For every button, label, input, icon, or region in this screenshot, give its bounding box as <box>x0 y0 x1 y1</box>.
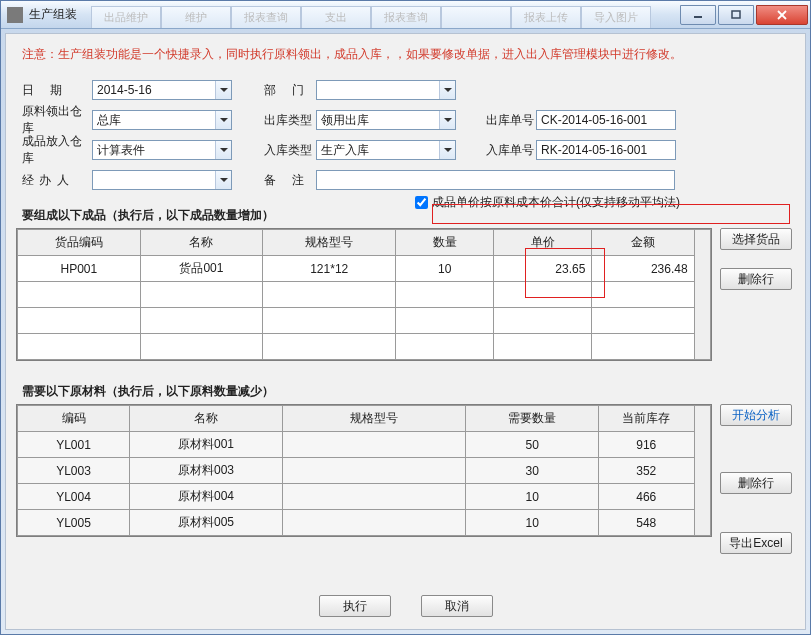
table-row[interactable]: YL005 原材料005 10 548 <box>18 510 711 536</box>
in-type-value: 生产入库 <box>321 142 369 159</box>
materials-caption: 需要以下原材料（执行后，以下原料数量减少） <box>22 383 795 400</box>
label-in-type: 入库类型 <box>256 142 316 159</box>
label-raw-warehouse: 原料领出仓库 <box>16 103 92 137</box>
cell[interactable]: YL004 <box>18 484 130 510</box>
label-date: 日 期 <box>16 82 92 99</box>
ghost-tab: 支出 <box>301 6 371 28</box>
col-code: 货品编码 <box>18 230 141 256</box>
ghost-tab: 维护 <box>161 6 231 28</box>
cell[interactable]: 916 <box>598 432 694 458</box>
scrollbar[interactable] <box>694 230 710 360</box>
mcol-code: 编码 <box>18 406 130 432</box>
mcol-need: 需要数量 <box>466 406 598 432</box>
cell[interactable]: YL005 <box>18 510 130 536</box>
chevron-down-icon[interactable] <box>439 111 455 129</box>
cell-name[interactable]: 货品001 <box>140 256 263 282</box>
cell-price[interactable]: 23.65 <box>494 256 592 282</box>
out-no-value: CK-2014-05-16-001 <box>541 113 647 127</box>
label-remark: 备 注 <box>256 172 316 189</box>
cell[interactable]: 10 <box>466 510 598 536</box>
ghost-tab: 报表上传 <box>511 6 581 28</box>
hint-text: 注意：生产组装功能是一个快捷录入，同时执行原料领出，成品入库，，如果要修改单据，… <box>22 46 795 63</box>
chevron-down-icon[interactable] <box>215 171 231 189</box>
raw-wh-value: 总库 <box>97 112 121 129</box>
cell[interactable] <box>282 458 465 484</box>
cell[interactable]: 原材料001 <box>130 432 283 458</box>
minimize-button[interactable] <box>680 5 716 25</box>
col-spec: 规格型号 <box>263 230 396 256</box>
products-grid[interactable]: 货品编码 名称 规格型号 数量 单价 金额 HP001 货品001 121*12… <box>16 228 712 361</box>
col-name: 名称 <box>140 230 263 256</box>
ghost-tab: 导入图片 <box>581 6 651 28</box>
out-no-input[interactable]: CK-2014-05-16-001 <box>536 110 676 130</box>
cell[interactable]: 548 <box>598 510 694 536</box>
cell[interactable]: 50 <box>466 432 598 458</box>
cell[interactable]: 原材料004 <box>130 484 283 510</box>
cell[interactable]: YL003 <box>18 458 130 484</box>
mcol-name: 名称 <box>130 406 283 432</box>
delete-row-button[interactable]: 删除行 <box>720 268 792 290</box>
maximize-button[interactable] <box>718 5 754 25</box>
raw-warehouse-combo[interactable]: 总库 <box>92 110 232 130</box>
label-out-no: 出库单号 <box>480 112 536 129</box>
table-row[interactable]: YL001 原材料001 50 916 <box>18 432 711 458</box>
materials-grid[interactable]: 编码 名称 规格型号 需要数量 当前库存 YL001 原材料001 50 916 <box>16 404 712 537</box>
chevron-down-icon[interactable] <box>439 81 455 99</box>
close-button[interactable] <box>756 5 808 25</box>
price-calc-checkbox[interactable] <box>415 196 428 209</box>
analyze-button[interactable]: 开始分析 <box>720 404 792 426</box>
scrollbar[interactable] <box>694 406 710 536</box>
out-type-combo[interactable]: 领用出库 <box>316 110 456 130</box>
in-no-input[interactable]: RK-2014-05-16-001 <box>536 140 676 160</box>
select-product-button[interactable]: 选择货品 <box>720 228 792 250</box>
cell[interactable] <box>282 510 465 536</box>
price-calc-checkbox-wrap[interactable]: 成品单价按原料成本价合计(仅支持移动平均法) <box>411 193 680 212</box>
remark-input[interactable] <box>316 170 675 190</box>
handler-combo[interactable] <box>92 170 232 190</box>
cell[interactable]: 原材料003 <box>130 458 283 484</box>
prod-wh-value: 计算表件 <box>97 142 145 159</box>
table-row[interactable] <box>18 308 711 334</box>
table-row[interactable]: YL003 原材料003 30 352 <box>18 458 711 484</box>
cell[interactable] <box>282 432 465 458</box>
in-type-combo[interactable]: 生产入库 <box>316 140 456 160</box>
mcol-stock: 当前库存 <box>598 406 694 432</box>
cell[interactable]: YL001 <box>18 432 130 458</box>
table-row[interactable]: HP001 货品001 121*12 10 23.65 236.48 <box>18 256 711 282</box>
execute-button[interactable]: 执行 <box>319 595 391 617</box>
cell[interactable]: 352 <box>598 458 694 484</box>
delete-material-row-button[interactable]: 删除行 <box>720 472 792 494</box>
cell[interactable]: 原材料005 <box>130 510 283 536</box>
col-qty: 数量 <box>396 230 494 256</box>
ghost-tab: 出品维护 <box>91 6 161 28</box>
label-in-no: 入库单号 <box>480 142 536 159</box>
cell[interactable]: 30 <box>466 458 598 484</box>
table-row[interactable] <box>18 282 711 308</box>
cancel-button[interactable]: 取消 <box>421 595 493 617</box>
label-out-type: 出库类型 <box>256 112 316 129</box>
cell-spec[interactable]: 121*12 <box>263 256 396 282</box>
cell[interactable]: 466 <box>598 484 694 510</box>
export-excel-button[interactable]: 导出Excel <box>720 532 792 554</box>
chevron-down-icon[interactable] <box>215 81 231 99</box>
chevron-down-icon[interactable] <box>215 141 231 159</box>
in-no-value: RK-2014-05-16-001 <box>541 143 647 157</box>
titlebar: 生产组装 出品维护 维护 报表查询 支出 报表查询 报表上传 导入图片 <box>1 1 810 29</box>
label-prod-warehouse: 成品放入仓库 <box>16 133 92 167</box>
cell[interactable]: 10 <box>466 484 598 510</box>
col-amount: 金额 <box>592 230 694 256</box>
cell-amount[interactable]: 236.48 <box>592 256 694 282</box>
window-title: 生产组装 <box>29 6 77 23</box>
svg-rect-1 <box>732 11 740 18</box>
cell-qty[interactable]: 10 <box>396 256 494 282</box>
label-handler: 经 办 人 <box>16 172 92 189</box>
date-combo[interactable]: 2014-5-16 <box>92 80 232 100</box>
table-row[interactable]: YL004 原材料004 10 466 <box>18 484 711 510</box>
cell[interactable] <box>282 484 465 510</box>
prod-warehouse-combo[interactable]: 计算表件 <box>92 140 232 160</box>
dept-combo[interactable] <box>316 80 456 100</box>
chevron-down-icon[interactable] <box>215 111 231 129</box>
table-row[interactable] <box>18 334 711 360</box>
cell-code[interactable]: HP001 <box>18 256 141 282</box>
chevron-down-icon[interactable] <box>439 141 455 159</box>
